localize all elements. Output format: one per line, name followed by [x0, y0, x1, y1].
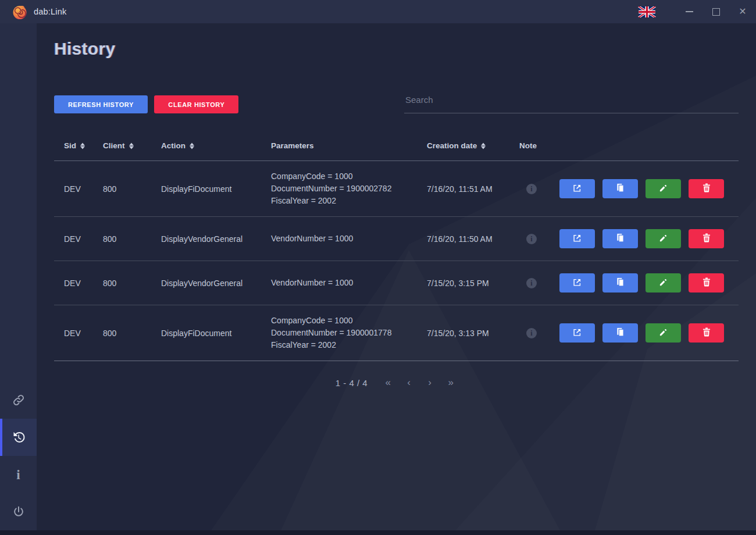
- cell-creation-date: 7/16/20, 11:50 AM: [427, 234, 519, 244]
- maximize-button[interactable]: [702, 0, 729, 23]
- cell-parameters: VendorNumber = 1000: [271, 233, 427, 245]
- refresh-history-button[interactable]: REFRESH HISTORY: [54, 95, 148, 113]
- row-actions: [559, 229, 739, 248]
- sidebar: i: [0, 23, 37, 530]
- edit-button[interactable]: [646, 323, 681, 343]
- note-info-icon[interactable]: i: [526, 278, 537, 288]
- column-header-action[interactable]: Action: [161, 141, 271, 150]
- cell-action: DisplayFiDocument: [161, 329, 271, 338]
- copy-icon: [616, 327, 625, 338]
- open-button[interactable]: [559, 323, 595, 343]
- sidebar-item-link[interactable]: [0, 381, 37, 419]
- delete-button[interactable]: [689, 323, 724, 343]
- parameter-line: DocumentNumber = 1900001778: [271, 327, 427, 339]
- row-actions: [559, 179, 739, 198]
- table-row: DEV 800 DisplayFiDocument CompanyCode = …: [54, 305, 739, 361]
- column-label: Note: [519, 141, 537, 150]
- table-row: DEV 800 DisplayFiDocument CompanyCode = …: [54, 161, 739, 217]
- sidebar-item-info[interactable]: i: [0, 456, 37, 493]
- toolbar-buttons: REFRESH HISTORY CLEAR HISTORY: [54, 95, 238, 113]
- sidebar-item-power[interactable]: [0, 493, 37, 530]
- copy-button[interactable]: [602, 323, 638, 343]
- open-in-new-icon: [573, 328, 582, 338]
- parameter-line: VendorNumber = 1000: [271, 277, 427, 289]
- column-label: Client: [103, 141, 125, 150]
- note-info-icon[interactable]: i: [526, 328, 537, 338]
- history-table: SidClientActionParametersCreation dateNo…: [54, 131, 739, 361]
- sort-icon[interactable]: [80, 142, 85, 149]
- delete-button[interactable]: [689, 179, 724, 198]
- delete-button[interactable]: [689, 273, 724, 293]
- close-icon: ✕: [739, 7, 746, 16]
- clear-history-button[interactable]: CLEAR HISTORY: [154, 95, 238, 113]
- cell-sid: DEV: [64, 184, 103, 194]
- open-in-new-icon: [573, 184, 582, 194]
- cell-client: 800: [103, 184, 161, 194]
- minimize-icon: [686, 11, 693, 12]
- language-flag-uk-icon[interactable]: [638, 6, 676, 17]
- column-header-client[interactable]: Client: [103, 141, 161, 150]
- history-page: History REFRESH HISTORY CLEAR HISTORY Si…: [37, 23, 739, 388]
- cell-note: i: [519, 278, 559, 288]
- parameter-line: FiscalYear = 2002: [271, 195, 427, 207]
- trash-icon: [702, 233, 711, 244]
- pagination-first-button[interactable]: «: [381, 377, 394, 388]
- copy-button[interactable]: [602, 229, 638, 248]
- row-actions: [559, 323, 739, 343]
- edit-button[interactable]: [646, 273, 681, 293]
- sort-icon[interactable]: [190, 142, 194, 149]
- pagination-next-button[interactable]: ›: [423, 377, 436, 388]
- note-info-icon[interactable]: i: [526, 184, 537, 194]
- edit-button[interactable]: [646, 179, 681, 198]
- open-button[interactable]: [559, 229, 595, 248]
- table-row: DEV 800 DisplayVendorGeneral VendorNumbe…: [54, 217, 739, 261]
- trash-icon: [702, 327, 711, 338]
- note-info-icon[interactable]: i: [526, 234, 537, 244]
- cell-action: DisplayVendorGeneral: [161, 279, 271, 288]
- column-header-sid[interactable]: Sid: [64, 141, 103, 150]
- cell-parameters: CompanyCode = 1000DocumentNumber = 19000…: [271, 170, 427, 207]
- sort-icon[interactable]: [481, 142, 486, 149]
- sidebar-item-history[interactable]: [0, 419, 37, 456]
- cell-note: i: [519, 234, 559, 244]
- open-button[interactable]: [559, 179, 595, 198]
- delete-button[interactable]: [689, 229, 724, 248]
- pagination-last-button[interactable]: »: [444, 377, 457, 388]
- parameter-line: CompanyCode = 1000: [271, 170, 427, 183]
- parameter-line: FiscalYear = 2002: [271, 339, 427, 351]
- cell-sid: DEV: [64, 329, 103, 338]
- cell-parameters: VendorNumber = 1000: [271, 277, 427, 289]
- copy-icon: [616, 277, 625, 288]
- table-body: DEV 800 DisplayFiDocument CompanyCode = …: [54, 161, 739, 361]
- minimize-button[interactable]: [676, 0, 702, 23]
- cell-client: 800: [103, 329, 161, 338]
- link-icon: [12, 393, 26, 407]
- cell-sid: DEV: [64, 234, 103, 244]
- open-button[interactable]: [559, 273, 595, 293]
- copy-button[interactable]: [602, 273, 638, 293]
- column-label: Creation date: [427, 141, 477, 150]
- pagination: 1 - 4 / 4 « ‹ › »: [54, 377, 739, 388]
- trash-icon: [702, 183, 711, 194]
- column-header-creation-date[interactable]: Creation date: [427, 141, 519, 150]
- close-button[interactable]: ✕: [729, 0, 756, 23]
- cell-creation-date: 7/16/20, 11:51 AM: [427, 184, 519, 194]
- cell-client: 800: [103, 279, 161, 288]
- cell-creation-date: 7/15/20, 3:15 PM: [427, 279, 519, 288]
- window-bottom-edge: [0, 530, 756, 535]
- main-area: History REFRESH HISTORY CLEAR HISTORY Si…: [37, 23, 756, 530]
- parameter-line: DocumentNumber = 1900002782: [271, 183, 427, 195]
- sort-icon[interactable]: [129, 142, 134, 149]
- copy-icon: [616, 183, 625, 194]
- pagination-prev-button[interactable]: ‹: [402, 377, 415, 388]
- pagination-range-label: 1 - 4 / 4: [336, 378, 368, 388]
- parameter-line: VendorNumber = 1000: [271, 233, 427, 245]
- history-icon: [12, 430, 26, 444]
- pencil-icon: [659, 278, 668, 288]
- search-input[interactable]: [404, 90, 739, 113]
- cell-action: DisplayVendorGeneral: [161, 234, 271, 244]
- info-icon: i: [12, 468, 26, 482]
- copy-button[interactable]: [602, 179, 638, 198]
- table-header-row: SidClientActionParametersCreation dateNo…: [54, 131, 739, 161]
- edit-button[interactable]: [646, 229, 681, 248]
